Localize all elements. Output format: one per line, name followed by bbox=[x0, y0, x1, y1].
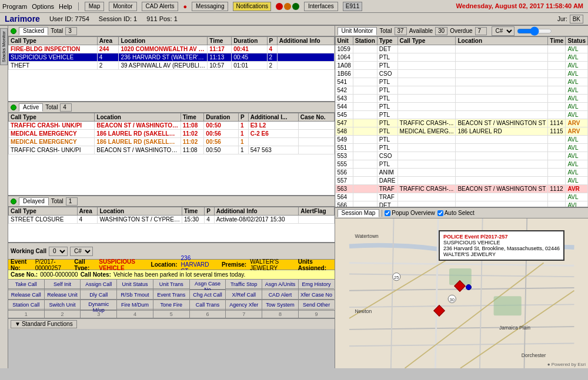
active-table-wrap[interactable]: Call Type Location Time Duration P Addit… bbox=[8, 113, 335, 195]
table-row[interactable]: 566DETAVL bbox=[335, 201, 588, 207]
delayed-col-type: Call Type bbox=[9, 207, 78, 216]
release-unit-btn[interactable]: Release Unit bbox=[45, 290, 81, 300]
working-call-dropdown2[interactable]: C# bbox=[70, 247, 93, 256]
cad-alert-btn[interactable]: CAD Alert bbox=[262, 290, 298, 300]
agency-xfer-btn[interactable]: Agency Xfer bbox=[226, 300, 262, 310]
table-row[interactable]: 553CSOAVL bbox=[335, 152, 588, 160]
table-row[interactable]: STREET CLOSURE4WASHINGTON ST / CYPRESS S… bbox=[9, 216, 335, 224]
stacked-tab-btn[interactable]: Stacked bbox=[19, 27, 48, 35]
table-row[interactable]: MEDICAL EMERGENCY186 LAUREL RD (SAKELLAR… bbox=[9, 130, 335, 138]
table-row[interactable]: MEDICAL EMERGENCY186 LAUREL RD (SAKELLAR… bbox=[9, 138, 335, 146]
stacked-table-wrap[interactable]: Call Type Area Location Time Duration P … bbox=[8, 36, 335, 101]
fire-mdum-btn[interactable]: Fire M/Dum bbox=[117, 300, 153, 310]
active-col-time: Time bbox=[181, 113, 204, 122]
table-row[interactable]: 555PTLAVL bbox=[335, 160, 588, 169]
monitor-button[interactable]: Monitor bbox=[109, 2, 136, 11]
tone-fire-btn[interactable]: Tone Fire bbox=[153, 300, 189, 310]
menu-program[interactable]: Program bbox=[2, 3, 27, 10]
um-slider[interactable] bbox=[517, 28, 552, 35]
traffic-stop-btn[interactable]: Traffic Stop bbox=[226, 280, 262, 289]
delayed-table-wrap[interactable]: Call Type Area Location Time P Additiona… bbox=[8, 207, 335, 242]
table-row[interactable]: 556ANIMAVL bbox=[335, 169, 588, 177]
map-button[interactable]: Map bbox=[85, 2, 104, 11]
map-body[interactable]: Boston Watertown Cambridge Newton Jamaic… bbox=[335, 218, 589, 368]
table-row[interactable]: 563TRAFTRAFFIC CRASH-...BEACON ST / WASH… bbox=[335, 185, 588, 193]
unit-table-wrap[interactable]: Unit Station Type Call Type Location Tim… bbox=[335, 36, 589, 207]
table-row[interactable]: TRAFFIC CRASH- UNK/PIBEACON ST / WASHING… bbox=[9, 122, 335, 130]
delayed-tab-btn[interactable]: Delayed bbox=[19, 197, 49, 206]
session-map-panel: Session Map Popup Overview Auto Select bbox=[335, 208, 589, 368]
asgn-units-btn[interactable]: Asgn A/Units bbox=[262, 280, 298, 289]
unit-status-btn[interactable]: Unit Status bbox=[117, 280, 153, 289]
func-col-station-call: Station Call bbox=[8, 300, 45, 310]
working-call-dropdown1[interactable]: 0 bbox=[49, 247, 68, 256]
um-tab-dropdown[interactable]: C# bbox=[492, 26, 514, 36]
stacked-col-info: Additional Info bbox=[277, 37, 334, 45]
um-col-call-type: Call Type bbox=[397, 37, 456, 45]
messaging-button[interactable]: Messaging bbox=[192, 2, 228, 11]
send-other-btn[interactable]: Send Other bbox=[299, 300, 335, 310]
take-call-btn[interactable]: Take Call bbox=[8, 280, 44, 289]
active-tab-btn[interactable]: Active bbox=[19, 103, 43, 112]
call-trans-btn[interactable]: Call Trans bbox=[190, 300, 226, 310]
popup-overview-checkbox[interactable] bbox=[385, 210, 390, 216]
dynamic-mup-btn[interactable]: Dynamic M/up bbox=[81, 301, 116, 310]
auto-select-checkbox[interactable] bbox=[437, 210, 443, 216]
switch-unit-btn[interactable]: Switch Unit bbox=[45, 300, 81, 310]
rsb-tmout-btn[interactable]: R/Sb Tmout bbox=[117, 290, 153, 300]
active-col-p: P bbox=[239, 113, 249, 122]
release-call-btn[interactable]: Release Call bbox=[8, 290, 44, 300]
table-row[interactable]: 549PTLAVL bbox=[335, 136, 588, 144]
table-row[interactable]: FIRE-BLDG INSPECTION2441020 COMMONWEALTH… bbox=[9, 45, 335, 53]
asgn-case-btn[interactable]: Asgn Case No bbox=[190, 280, 226, 290]
e911-button[interactable]: E911 bbox=[343, 2, 362, 11]
xfer-case-btn[interactable]: Xfer Case No bbox=[299, 290, 335, 300]
event-trans-btn[interactable]: Event Trans bbox=[153, 290, 189, 300]
stacked-badge: 3 bbox=[65, 27, 77, 35]
table-row[interactable]: 542PTLAVL bbox=[335, 86, 588, 95]
table-row[interactable]: 557DAREAVL bbox=[335, 177, 588, 185]
chg-act-call-btn[interactable]: Chg Act Call bbox=[190, 290, 226, 300]
table-row[interactable]: 548PTLMEDICAL EMERG...186 LAUREL RD1115A… bbox=[335, 127, 588, 136]
table-row[interactable]: SUSPICIOUS VEHICLE4236 HARVARD ST (WALTE… bbox=[9, 53, 335, 62]
table-row[interactable]: 547PTLTRAFFIC CRASH-...BEACON ST / WASHI… bbox=[335, 119, 588, 127]
table-row[interactable]: TRAFFIC CRASH- UNK/PIBEACON ST / WASHING… bbox=[9, 146, 335, 154]
notifications-button[interactable]: Notifications bbox=[233, 2, 270, 11]
table-row[interactable]: 543PTLAVL bbox=[335, 95, 588, 103]
um-col-location: Location bbox=[456, 37, 548, 45]
table-row[interactable]: 1A08PTLAVL bbox=[335, 62, 588, 70]
emg-history-btn[interactable]: Emg History bbox=[299, 280, 335, 289]
call-notes-value: Vehicle has been parked in lot several t… bbox=[113, 271, 245, 278]
table-row[interactable]: 1B66CSOAVL bbox=[335, 70, 588, 78]
table-row[interactable]: 1064PTLAVL bbox=[335, 53, 588, 62]
map-popup: POLICE Event P/2017-257 SUSPICIOUS VEHIC… bbox=[439, 230, 564, 261]
session-map-tab[interactable]: Session Map bbox=[338, 209, 380, 217]
assign-call-btn[interactable]: Assign Call bbox=[81, 280, 116, 289]
side-tab-label[interactable]: Stacks Monitor bbox=[0, 28, 8, 65]
table-row[interactable]: 564TRAFAVL bbox=[335, 193, 588, 201]
standard-functions-btn[interactable]: ▼ ▼ Standard Functions Standard Function… bbox=[11, 320, 77, 328]
popup-overview-check[interactable]: Popup Overview bbox=[385, 210, 435, 216]
func-col-take-call: Take Call bbox=[8, 280, 45, 290]
cad-alerts-button[interactable]: CAD Alerts bbox=[142, 2, 179, 11]
table-row[interactable]: 544PTLAVL bbox=[335, 103, 588, 111]
table-row[interactable]: 551PTLAVL bbox=[335, 144, 588, 152]
self-init-btn[interactable]: Self Init bbox=[45, 280, 81, 289]
dly-call-btn[interactable]: Dly Call bbox=[81, 290, 116, 300]
auto-select-check[interactable]: Auto Select bbox=[437, 210, 475, 216]
menu-options[interactable]: Options bbox=[32, 3, 54, 10]
tow-system-btn[interactable]: Tow System bbox=[262, 300, 298, 310]
table-row[interactable]: 545PTLAVL bbox=[335, 111, 588, 119]
table-row[interactable]: 1059DETAVL bbox=[335, 45, 588, 53]
jur-value-button[interactable]: BK bbox=[570, 15, 583, 23]
station-call-btn[interactable]: Station Call bbox=[8, 300, 44, 310]
xref-call-btn[interactable]: X/Ref Call bbox=[226, 290, 262, 300]
table-row[interactable]: 541PTLAVL bbox=[335, 78, 588, 86]
unit-trans-btn[interactable]: Unit Trans bbox=[153, 280, 189, 289]
table-row[interactable]: THEFT239 ASPINWALL AV (REPUBLIC PLUMBING… bbox=[9, 62, 335, 70]
menu-help[interactable]: Help bbox=[59, 3, 72, 10]
func-col-switch-unit: Switch Unit bbox=[45, 300, 81, 310]
um-col-time: Time bbox=[548, 37, 566, 45]
unit-monitor-tab[interactable]: Unit Monitor bbox=[338, 27, 377, 35]
interfaces-button[interactable]: Interfaces bbox=[304, 2, 338, 11]
